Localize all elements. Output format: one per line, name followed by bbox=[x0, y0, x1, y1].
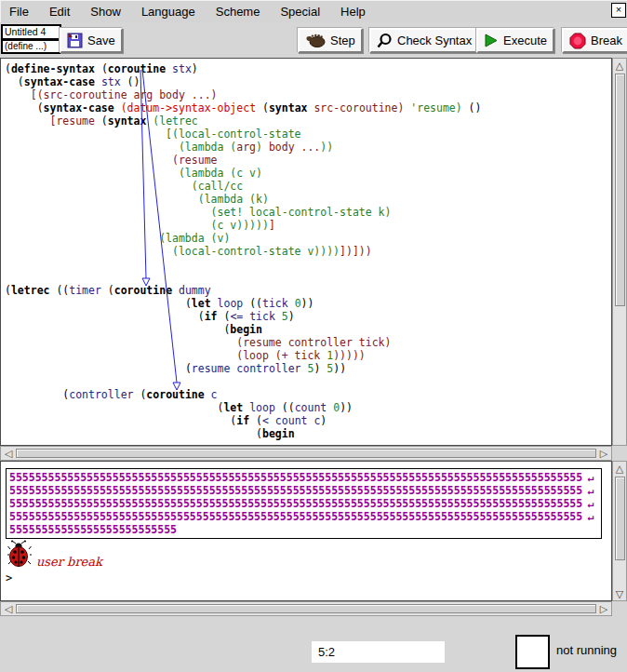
interactions-hscrollbar: ◁ ▷ bbox=[0, 601, 612, 616]
floppy-disk-icon bbox=[67, 33, 83, 48]
menu-edit[interactable]: Edit bbox=[49, 5, 70, 19]
running-state-label: not running bbox=[556, 643, 617, 657]
output-line: 5555555555555555555555555555555555555555… bbox=[9, 510, 601, 523]
code-line: (lambda (c v) bbox=[5, 167, 481, 180]
interactions-vscrollbar: △ ▽ bbox=[612, 461, 627, 601]
scroll-right-icon[interactable]: ▷ bbox=[597, 448, 610, 459]
scroll-thumb[interactable] bbox=[16, 604, 596, 613]
drscheme-window: FileEditShowLanguageSchemeSpecialHelp × … bbox=[0, 0, 627, 672]
code-line: (define-syntax (coroutine stx) bbox=[5, 62, 481, 75]
execute-play-icon bbox=[484, 33, 499, 48]
scroll-up-icon[interactable]: △ bbox=[613, 60, 626, 71]
scroll-left-icon[interactable]: ◁ bbox=[2, 603, 15, 614]
code-line: (resume controller 5) 5)) bbox=[5, 362, 481, 375]
repl-prompt[interactable]: > bbox=[6, 571, 12, 585]
footprint-icon bbox=[305, 33, 326, 48]
code-line: (begin bbox=[5, 427, 481, 440]
break-button[interactable]: Break bbox=[562, 28, 627, 53]
save-button[interactable]: Save bbox=[60, 28, 123, 53]
output-line: 5555555555555555555555555555555555555555… bbox=[9, 497, 601, 510]
code-line: (resume controller tick) bbox=[5, 336, 481, 349]
code-line: (begin bbox=[5, 323, 481, 336]
menu-help[interactable]: Help bbox=[340, 5, 366, 19]
code-line: (local-control-state v))))])])) bbox=[5, 245, 481, 258]
running-indicator-box bbox=[515, 635, 550, 669]
code-line: (if (<= tick 5) bbox=[5, 310, 481, 323]
definitions-editor[interactable]: (define-syntax (coroutine stx) (syntax-c… bbox=[0, 58, 612, 446]
scroll-thumb[interactable] bbox=[615, 74, 625, 306]
menu-items: FileEditShowLanguageSchemeSpecialHelp bbox=[0, 0, 627, 22]
menu-special[interactable]: Special bbox=[280, 5, 320, 19]
code-line: [(local-control-state bbox=[5, 128, 481, 141]
output-line: 55555555555555555555555555 bbox=[9, 523, 601, 536]
scrollbar-corner bbox=[612, 601, 627, 616]
code-line: (let loop ((count 0)) bbox=[5, 401, 481, 414]
step-label: Step bbox=[330, 34, 355, 47]
break-label: Break bbox=[591, 34, 622, 47]
menu-scheme[interactable]: Scheme bbox=[216, 5, 260, 19]
output-line: 5555555555555555555555555555555555555555… bbox=[9, 484, 601, 497]
code-line: (loop (+ tick 1))))) bbox=[5, 349, 481, 362]
definitions-vscrollbar: △ bbox=[612, 58, 627, 446]
line-wrap-icon: ↵ bbox=[587, 510, 594, 523]
code-line: (letrec ((timer (coroutine dummy bbox=[5, 284, 481, 297]
execute-button[interactable]: Execute bbox=[476, 28, 554, 53]
code-line bbox=[5, 258, 481, 271]
execute-label: Execute bbox=[503, 34, 547, 47]
code-line: (resume bbox=[5, 154, 481, 167]
program-output-box: 5555555555555555555555555555555555555555… bbox=[6, 468, 602, 539]
user-break-message: user break bbox=[36, 555, 102, 569]
close-button[interactable]: × bbox=[611, 3, 626, 18]
magnifier-icon bbox=[377, 33, 393, 48]
scrollbar-corner bbox=[612, 446, 627, 461]
code-line: (lambda (arg) body ...)) bbox=[5, 141, 481, 154]
code-line: (syntax-case stx () bbox=[5, 75, 481, 88]
code-line bbox=[5, 271, 481, 284]
code-line: (syntax-case (datum->syntax-object (synt… bbox=[5, 101, 481, 114]
scroll-up-icon[interactable]: △ bbox=[613, 463, 626, 474]
scroll-thumb[interactable] bbox=[16, 449, 596, 458]
menu-language[interactable]: Language bbox=[141, 5, 195, 19]
code-line: (set! local-control-state k) bbox=[5, 206, 481, 219]
menu-show[interactable]: Show bbox=[90, 5, 121, 19]
output-line: 5555555555555555555555555555555555555555… bbox=[9, 471, 601, 484]
code-line: (lambda (v) bbox=[5, 232, 481, 245]
code-text: (define-syntax (coroutine stx) (syntax-c… bbox=[5, 62, 481, 440]
check-syntax-label: Check Syntax bbox=[397, 34, 472, 47]
code-line: (controller (coroutine c bbox=[5, 388, 481, 401]
code-line: (lambda (k) bbox=[5, 193, 481, 206]
code-line: (if (< count c) bbox=[5, 414, 481, 427]
scroll-down-icon[interactable]: ▽ bbox=[613, 588, 626, 599]
menu-bar: FileEditShowLanguageSchemeSpecialHelp × bbox=[0, 0, 627, 24]
scroll-left-icon[interactable]: ◁ bbox=[2, 448, 15, 459]
code-line: (call/cc bbox=[5, 180, 481, 193]
status-bar: 5:2 not running bbox=[0, 616, 627, 672]
save-label: Save bbox=[87, 34, 115, 47]
code-line: (let loop ((tick 0)) bbox=[5, 297, 481, 310]
code-line bbox=[5, 375, 481, 388]
scroll-thumb[interactable] bbox=[615, 477, 625, 560]
menu-file[interactable]: File bbox=[9, 5, 29, 19]
break-stop-icon bbox=[569, 33, 586, 49]
interactions-editor[interactable]: 5555555555555555555555555555555555555555… bbox=[0, 461, 612, 601]
toolbar: Untitled 4 (define ...) Save Step bbox=[0, 22, 627, 58]
code-line: [(src-coroutine arg body ...) bbox=[5, 88, 481, 101]
check-syntax-button[interactable]: Check Syntax bbox=[369, 28, 479, 53]
step-button[interactable]: Step bbox=[298, 28, 363, 53]
line-wrap-icon: ↵ bbox=[587, 471, 594, 484]
line-column-indicator: 5:2 bbox=[312, 641, 445, 663]
tab-untitled-4[interactable]: Untitled 4 bbox=[1, 24, 61, 40]
line-wrap-icon: ↵ bbox=[587, 484, 594, 497]
scroll-right-icon[interactable]: ▷ bbox=[597, 603, 610, 614]
define-popup-menu[interactable]: (define ...) bbox=[1, 40, 61, 54]
ladybug-error-icon bbox=[7, 540, 32, 568]
code-line: (c v)))))] bbox=[5, 219, 481, 232]
code-line: [resume (syntax (letrec bbox=[5, 114, 481, 128]
line-wrap-icon: ↵ bbox=[587, 497, 594, 510]
definitions-hscrollbar: ◁ ▷ bbox=[0, 446, 612, 461]
